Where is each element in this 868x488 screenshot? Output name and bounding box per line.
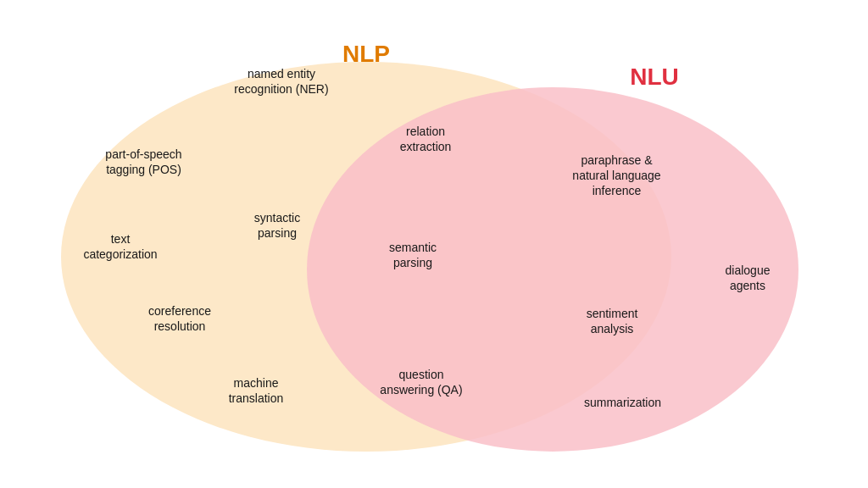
venn-diagram: NLP NLU named entityrecognition (NER) pa…	[27, 15, 841, 473]
label-dialogue: dialogueagents	[697, 263, 798, 293]
label-text-cat: textcategorization	[65, 231, 175, 262]
label-paraphrase: paraphrase &natural languageinference	[542, 152, 691, 199]
nlu-title: NLU	[604, 62, 705, 92]
label-sentiment: sentimentanalysis	[553, 306, 671, 336]
nlp-title: NLP	[315, 39, 417, 69]
label-ner: named entityrecognition (NER)	[214, 66, 349, 97]
label-syntactic: syntacticparsing	[222, 210, 332, 241]
label-relation: relationextraction	[366, 124, 485, 154]
label-semantic: semanticparsing	[353, 240, 472, 270]
label-coreference: coreferenceresolution	[112, 303, 248, 334]
label-pos: part-of-speechtagging (POS)	[74, 147, 214, 177]
label-summarization: summarization	[553, 395, 693, 410]
label-qa: questionanswering (QA)	[353, 367, 489, 397]
label-machine-trans: machinetranslation	[197, 375, 315, 406]
